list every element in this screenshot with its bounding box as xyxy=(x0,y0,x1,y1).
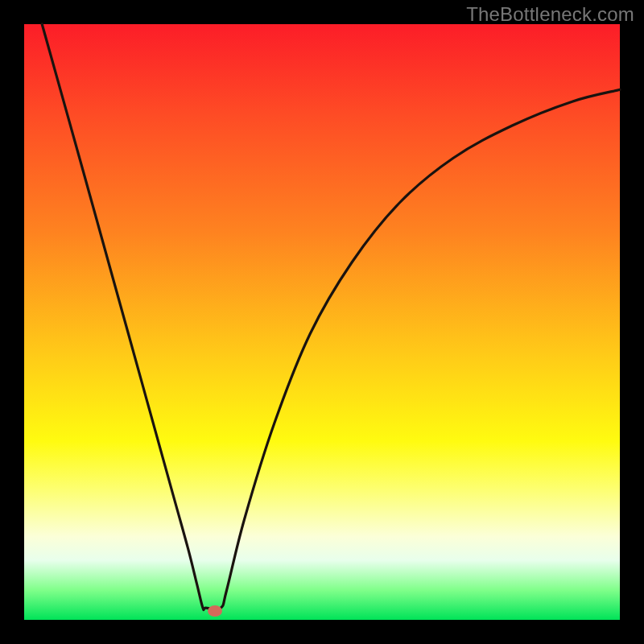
curve-svg xyxy=(24,24,620,620)
watermark-text: TheBottleneck.com xyxy=(466,3,634,26)
curve-path xyxy=(42,24,620,610)
chart-frame: TheBottleneck.com xyxy=(0,0,644,644)
marker-dot xyxy=(208,605,222,617)
plot-area xyxy=(24,24,620,620)
